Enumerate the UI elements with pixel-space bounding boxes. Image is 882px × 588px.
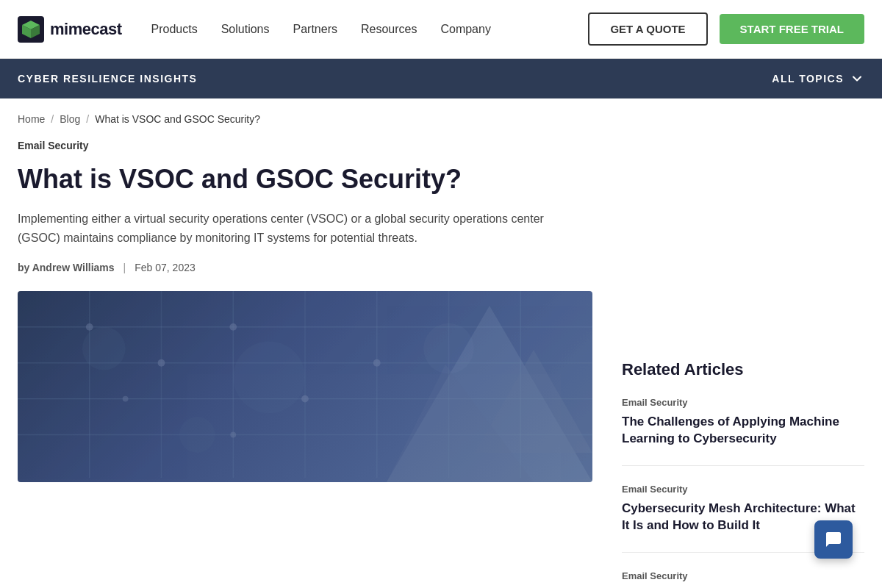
site-header: mimecast Products Solutions Partners Res… [0,0,882,59]
logo[interactable]: mimecast [18,16,122,43]
all-topics-button[interactable]: ALL TOPICS [772,71,864,86]
related-article-1-category: Email Security [622,397,864,408]
chevron-down-icon [850,71,864,86]
nav-products[interactable]: Products [151,23,198,36]
svg-point-16 [301,395,309,403]
svg-point-23 [179,417,215,453]
article-title: What is VSOC and GSOC Security? [18,163,592,195]
related-articles-title: Related Articles [622,360,864,379]
related-article-3-category: Email Security [622,570,864,581]
chat-icon [825,531,842,548]
nav-partners[interactable]: Partners [293,23,337,36]
article-date: Feb 07, 2023 [135,262,196,273]
svg-point-13 [86,323,93,331]
header-right: GET A QUOTE START FREE TRIAL [588,12,864,46]
breadcrumb: Home / Blog / What is VSOC and GSOC Secu… [0,98,882,140]
breadcrumb-sep-2: / [86,113,89,125]
nav-solutions[interactable]: Solutions [221,23,270,36]
svg-point-19 [123,396,129,402]
related-article-2-category: Email Security [622,484,864,495]
nav-resources[interactable]: Resources [361,23,417,36]
chat-widget-button[interactable] [814,520,853,559]
all-topics-label: ALL TOPICS [772,73,844,85]
svg-point-18 [230,432,236,438]
svg-point-21 [233,342,305,414]
svg-point-17 [373,359,381,367]
get-quote-button[interactable]: GET A QUOTE [588,12,707,46]
nav-company[interactable]: Company [440,23,490,36]
article-image [18,291,592,482]
svg-point-20 [82,327,126,370]
svg-point-14 [158,359,165,367]
article-meta-sep: | [123,262,126,273]
breadcrumb-blog[interactable]: Blog [60,113,80,125]
related-article-3: Email Security [622,570,864,588]
logo-text: mimecast [50,20,122,39]
article-content: Email Security What is VSOC and GSOC Sec… [18,140,592,588]
main-nav: Products Solutions Partners Resources Co… [151,23,491,36]
breadcrumb-current: What is VSOC and GSOC Security? [95,113,260,125]
article-meta: by Andrew Williams | Feb 07, 2023 [18,262,592,273]
related-article-1: Email Security The Challenges of Applyin… [622,397,864,466]
article-author: by Andrew Williams [18,262,115,273]
main-content: Email Security What is VSOC and GSOC Sec… [0,140,882,588]
triangle-overlay [387,291,592,482]
related-article-1-title[interactable]: The Challenges of Applying Machine Learn… [622,414,864,448]
header-left: mimecast Products Solutions Partners Res… [18,16,491,43]
sub-header-title: CYBER RESILIENCE INSIGHTS [18,73,197,85]
svg-point-15 [229,323,237,331]
article-description: Implementing either a virtual security o… [18,209,576,247]
breadcrumb-sep-1: / [51,113,54,125]
start-trial-button[interactable]: START FREE TRIAL [720,14,864,44]
breadcrumb-home[interactable]: Home [18,113,45,125]
article-category: Email Security [18,140,592,151]
sub-header: CYBER RESILIENCE INSIGHTS ALL TOPICS [0,59,882,98]
